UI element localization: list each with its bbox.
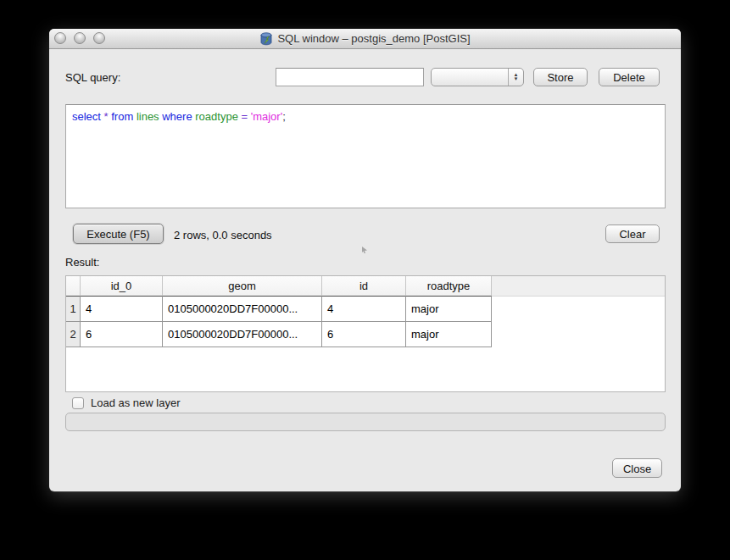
row-number-cell: 1 bbox=[66, 297, 81, 322]
mouse-cursor bbox=[361, 247, 368, 253]
cell-geom[interactable]: 0105000020DD7F00000... bbox=[163, 322, 322, 347]
result-table-header: id_0 geom id roadtype bbox=[66, 276, 665, 297]
cell-roadtype[interactable]: major bbox=[406, 297, 492, 322]
header-geom[interactable]: geom bbox=[163, 276, 322, 297]
load-layer-option[interactable]: Load as new layer bbox=[72, 396, 181, 409]
load-layer-label: Load as new layer bbox=[91, 396, 181, 409]
sql-editor[interactable]: select * from lines where roadtype = 'ma… bbox=[65, 104, 666, 208]
row-number-cell: 2 bbox=[66, 322, 81, 347]
window-title: SQL window – postgis_demo [PostGIS] bbox=[277, 32, 470, 45]
cell-id[interactable]: 6 bbox=[322, 322, 406, 347]
cell-id[interactable]: 4 bbox=[322, 297, 406, 322]
execute-button[interactable]: Execute (F5) bbox=[73, 224, 164, 244]
store-button[interactable]: Store bbox=[533, 68, 588, 86]
table-row[interactable]: 1 4 0105000020DD7F00000... 4 major bbox=[66, 297, 665, 322]
cell-id_0[interactable]: 6 bbox=[81, 322, 163, 347]
table-row[interactable]: 2 6 0105000020DD7F00000... 6 major bbox=[66, 322, 665, 347]
titlebar[interactable]: SQL window – postgis_demo [PostGIS] bbox=[49, 29, 681, 49]
row-filler bbox=[492, 297, 665, 322]
dropdown-stepper-icon: ▲▼ bbox=[508, 69, 523, 86]
query-name-input[interactable] bbox=[276, 68, 424, 86]
result-table[interactable]: id_0 geom id roadtype 1 4 0105000020DD7F… bbox=[65, 275, 666, 392]
header-roadtype[interactable]: roadtype bbox=[406, 276, 492, 297]
row-filler bbox=[492, 322, 665, 347]
layer-name-input-disabled bbox=[65, 413, 666, 431]
sql-token-identifier: lines bbox=[137, 110, 162, 123]
stored-query-dropdown[interactable]: ▲▼ bbox=[431, 68, 524, 86]
result-label: Result: bbox=[65, 256, 99, 269]
sql-statement: select * from lines where roadtype = 'ma… bbox=[72, 110, 286, 136]
sql-token-operator: = bbox=[241, 110, 250, 123]
cell-geom[interactable]: 0105000020DD7F00000... bbox=[163, 297, 322, 322]
sql-token-operator: * bbox=[104, 110, 112, 123]
header-filler bbox=[492, 276, 665, 297]
sql-window-dialog: SQL window – postgis_demo [PostGIS] SQL … bbox=[49, 29, 681, 491]
header-id[interactable]: id bbox=[322, 276, 406, 297]
postgis-database-icon bbox=[259, 32, 273, 46]
clear-button[interactable]: Clear bbox=[605, 225, 660, 243]
delete-button[interactable]: Delete bbox=[599, 68, 660, 86]
header-id_0[interactable]: id_0 bbox=[81, 276, 163, 297]
cell-id_0[interactable]: 4 bbox=[81, 297, 163, 322]
sql-token-punct: ; bbox=[282, 110, 286, 123]
header-row-number bbox=[66, 276, 81, 297]
sql-token-identifier: roadtype bbox=[195, 110, 241, 123]
title-group: SQL window – postgis_demo [PostGIS] bbox=[49, 29, 681, 48]
close-button[interactable]: Close bbox=[612, 458, 662, 478]
sql-token-keyword: select bbox=[72, 110, 104, 123]
sql-token-keyword: where bbox=[162, 110, 195, 123]
sql-query-label: SQL query: bbox=[65, 71, 120, 84]
query-status-text: 2 rows, 0.0 seconds bbox=[174, 229, 272, 241]
cell-roadtype[interactable]: major bbox=[406, 322, 492, 347]
screenshot-stage: SQL window – postgis_demo [PostGIS] SQL … bbox=[0, 0, 730, 560]
load-layer-checkbox[interactable] bbox=[72, 397, 84, 409]
sql-token-keyword: from bbox=[111, 110, 137, 123]
sql-token-string: 'major' bbox=[251, 110, 282, 123]
